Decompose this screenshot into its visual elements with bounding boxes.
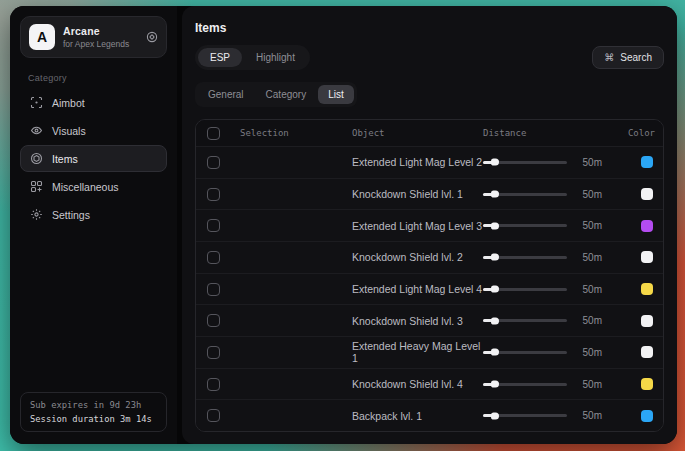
distance-slider[interactable] [483,351,567,354]
brand-name: Arcane [63,25,138,37]
distance-value: 50m [576,284,602,295]
tab-list[interactable]: List [318,85,354,104]
table-row: Knockdown Shield lvl. 1 50m [196,179,663,211]
column-header-color: Color [617,128,655,138]
tab-general[interactable]: General [198,85,254,104]
items-table: Selection Object Distance Color Extended… [195,119,664,432]
table-row: Knockdown Shield lvl. 3 50m [196,305,663,337]
object-name: Knockdown Shield lvl. 1 [352,188,483,200]
search-button-label: Search [620,52,652,63]
slider-thumb[interactable] [491,317,499,324]
object-name: Knockdown Shield lvl. 4 [352,378,483,390]
brand-subtitle: for Apex Legends [63,39,138,49]
grid-icon [30,180,43,193]
distance-slider[interactable] [483,383,567,386]
tab-highlight[interactable]: Highlight [244,48,307,67]
distance-value: 50m [576,189,602,200]
sidebar-item-label: Miscellaneous [52,181,119,193]
row-checkbox[interactable] [207,156,220,169]
command-key-icon: ⌘ [604,52,614,63]
row-checkbox[interactable] [207,314,220,327]
table-row: Knockdown Shield lvl. 2 50m [196,242,663,274]
column-header-object: Object [352,128,483,138]
row-checkbox[interactable] [207,378,220,391]
distance-value: 50m [576,220,602,231]
row-checkbox[interactable] [207,219,220,232]
brand-text: Arcane for Apex Legends [63,25,138,49]
color-swatch[interactable] [641,410,653,422]
table-row: Extended Heavy Mag Level 1 50m [196,337,663,369]
object-name: Extended Heavy Mag Level 1 [352,340,483,364]
distance-slider[interactable] [483,288,567,291]
row-checkbox[interactable] [207,346,220,359]
color-swatch[interactable] [641,251,653,263]
distance-slider[interactable] [483,414,567,417]
distance-value: 50m [576,410,602,421]
sidebar-item-items[interactable]: Items [20,145,167,172]
object-name: Knockdown Shield lvl. 3 [352,315,483,327]
slider-thumb[interactable] [491,191,499,198]
row-checkbox[interactable] [207,409,220,422]
gear-icon [30,208,43,221]
sidebar-item-settings[interactable]: Settings [20,201,167,228]
subscription-card: Sub expires in 9d 23h Session duration 3… [20,392,167,432]
sidebar-item-aimbot[interactable]: Aimbot [20,89,167,116]
distance-value: 50m [576,379,602,390]
sidebar-item-label: Visuals [52,125,86,137]
color-swatch[interactable] [641,188,653,200]
slider-thumb[interactable] [491,349,499,356]
select-all-checkbox[interactable] [207,127,220,140]
distance-slider[interactable] [483,319,567,322]
tab-category[interactable]: Category [256,85,317,104]
sidebar-item-miscellaneous[interactable]: Miscellaneous [20,173,167,200]
color-swatch[interactable] [641,220,653,232]
sub-expires-text: Sub expires in 9d 23h [30,400,157,410]
category-section-label: Category [28,73,167,83]
distance-value: 50m [576,347,602,358]
view-tabs: General Category List [195,82,357,107]
color-swatch[interactable] [641,156,653,168]
sidebar-item-label: Settings [52,209,90,221]
tab-esp[interactable]: ESP [198,48,242,67]
slider-thumb[interactable] [491,412,499,419]
verified-badge-icon[interactable] [146,31,158,43]
column-header-selection: Selection [240,128,352,138]
object-name: Knockdown Shield lvl. 2 [352,251,483,263]
slider-thumb[interactable] [491,254,499,261]
search-button[interactable]: ⌘ Search [592,46,664,69]
distance-slider[interactable] [483,256,567,259]
distance-slider[interactable] [483,161,567,164]
distance-value: 50m [576,252,602,263]
object-name: Extended Light Mag Level 3 [352,220,483,232]
distance-value: 50m [576,315,602,326]
eye-icon [30,124,43,137]
slider-thumb[interactable] [491,286,499,293]
table-header: Selection Object Distance Color [196,120,663,147]
row-checkbox[interactable] [207,251,220,264]
distance-slider[interactable] [483,193,567,196]
row-checkbox[interactable] [207,283,220,296]
sidebar-item-label: Aimbot [52,97,85,109]
sidebar-item-label: Items [52,153,78,165]
column-header-distance: Distance [483,128,617,138]
package-icon [30,152,43,165]
sidebar: A Arcane for Apex Legends Category Aimbo [10,6,177,444]
color-swatch[interactable] [641,283,653,295]
object-name: Extended Light Mag Level 4 [352,283,483,295]
mode-segmented-control: ESP Highlight [195,45,310,70]
row-checkbox[interactable] [207,188,220,201]
slider-thumb[interactable] [491,159,499,166]
slider-thumb[interactable] [491,222,499,229]
brand-card: A Arcane for Apex Legends [20,16,167,58]
session-duration-text: Session duration 3m 14s [30,414,157,424]
table-row: Extended Light Mag Level 2 50m [196,147,663,179]
color-swatch[interactable] [641,378,653,390]
distance-slider[interactable] [483,224,567,227]
color-swatch[interactable] [641,346,653,358]
crosshair-icon [30,96,43,109]
color-swatch[interactable] [641,315,653,327]
object-name: Backpack lvl. 1 [352,410,483,422]
page-title: Items [195,21,664,35]
slider-thumb[interactable] [491,381,499,388]
sidebar-item-visuals[interactable]: Visuals [20,117,167,144]
